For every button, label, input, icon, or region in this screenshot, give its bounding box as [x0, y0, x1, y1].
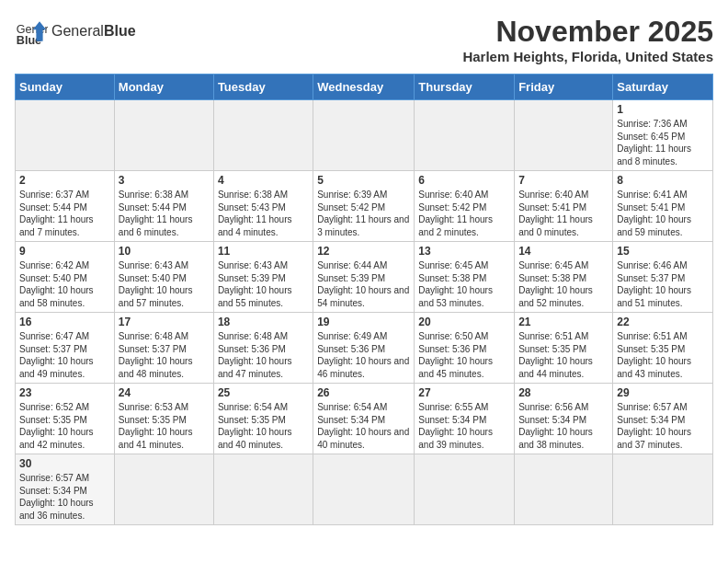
day-cell: 16Sunrise: 6:47 AM Sunset: 5:37 PM Dayli…	[16, 313, 115, 384]
day-cell: 13Sunrise: 6:45 AM Sunset: 5:38 PM Dayli…	[415, 242, 515, 313]
day-cell: 10Sunrise: 6:43 AM Sunset: 5:40 PM Dayli…	[114, 242, 213, 313]
day-number: 13	[418, 245, 510, 258]
day-info: Sunrise: 6:57 AM Sunset: 5:34 PM Dayligh…	[617, 401, 709, 451]
weekday-header-row: SundayMondayTuesdayWednesdayThursdayFrid…	[16, 75, 713, 100]
day-cell: 28Sunrise: 6:56 AM Sunset: 5:34 PM Dayli…	[515, 384, 613, 454]
day-cell: 22Sunrise: 6:51 AM Sunset: 5:35 PM Dayli…	[613, 313, 713, 384]
day-info: Sunrise: 6:39 AM Sunset: 5:42 PM Dayligh…	[317, 189, 410, 238]
day-number: 17	[119, 316, 210, 328]
day-number: 25	[218, 386, 309, 399]
day-info: Sunrise: 6:54 AM Sunset: 5:35 PM Dayligh…	[218, 401, 309, 451]
day-number: 1	[617, 103, 709, 116]
day-cell: 30Sunrise: 6:57 AM Sunset: 5:34 PM Dayli…	[16, 454, 115, 525]
day-number: 15	[617, 245, 709, 258]
day-number: 30	[19, 457, 110, 470]
weekday-header-saturday: Saturday	[613, 75, 713, 100]
week-row-5: 23Sunrise: 6:52 AM Sunset: 5:35 PM Dayli…	[16, 384, 713, 454]
day-cell: 1Sunrise: 7:36 AM Sunset: 6:45 PM Daylig…	[613, 100, 713, 171]
day-cell	[313, 100, 415, 171]
day-cell: 18Sunrise: 6:48 AM Sunset: 5:36 PM Dayli…	[213, 313, 313, 384]
day-number: 5	[317, 174, 410, 187]
weekday-header-wednesday: Wednesday	[313, 75, 415, 100]
day-info: Sunrise: 6:40 AM Sunset: 5:42 PM Dayligh…	[418, 189, 510, 238]
day-cell: 29Sunrise: 6:57 AM Sunset: 5:34 PM Dayli…	[613, 384, 713, 454]
day-info: Sunrise: 6:45 AM Sunset: 5:38 PM Dayligh…	[418, 259, 510, 309]
week-row-3: 9Sunrise: 6:42 AM Sunset: 5:40 PM Daylig…	[16, 242, 713, 313]
day-number: 19	[317, 316, 410, 328]
day-number: 24	[119, 386, 210, 399]
day-cell	[213, 454, 313, 525]
page-header: General Blue GeneralBlue November 2025 H…	[15, 15, 713, 64]
day-info: Sunrise: 7:36 AM Sunset: 6:45 PM Dayligh…	[617, 118, 709, 167]
day-info: Sunrise: 6:37 AM Sunset: 5:44 PM Dayligh…	[19, 189, 110, 238]
title-area: November 2025 Harlem Heights, Florida, U…	[462, 15, 713, 64]
day-number: 27	[418, 386, 510, 399]
day-info: Sunrise: 6:38 AM Sunset: 5:43 PM Dayligh…	[218, 189, 309, 238]
month-title: November 2025	[462, 15, 713, 49]
day-cell: 12Sunrise: 6:44 AM Sunset: 5:39 PM Dayli…	[313, 242, 415, 313]
day-cell: 27Sunrise: 6:55 AM Sunset: 5:34 PM Dayli…	[415, 384, 515, 454]
logo-text-bold: Blue	[104, 23, 136, 39]
day-cell: 14Sunrise: 6:45 AM Sunset: 5:38 PM Dayli…	[515, 242, 613, 313]
day-cell: 2Sunrise: 6:37 AM Sunset: 5:44 PM Daylig…	[16, 171, 115, 242]
day-number: 26	[317, 386, 410, 399]
day-cell: 21Sunrise: 6:51 AM Sunset: 5:35 PM Dayli…	[515, 313, 613, 384]
day-info: Sunrise: 6:53 AM Sunset: 5:35 PM Dayligh…	[119, 401, 210, 451]
day-info: Sunrise: 6:44 AM Sunset: 5:39 PM Dayligh…	[317, 259, 410, 309]
weekday-header-tuesday: Tuesday	[213, 75, 313, 100]
day-cell: 6Sunrise: 6:40 AM Sunset: 5:42 PM Daylig…	[415, 171, 515, 242]
day-cell: 7Sunrise: 6:40 AM Sunset: 5:41 PM Daylig…	[515, 171, 613, 242]
calendar: SundayMondayTuesdayWednesdayThursdayFrid…	[15, 74, 713, 525]
day-cell: 20Sunrise: 6:50 AM Sunset: 5:36 PM Dayli…	[415, 313, 515, 384]
day-info: Sunrise: 6:49 AM Sunset: 5:36 PM Dayligh…	[317, 330, 410, 380]
day-number: 3	[119, 174, 210, 187]
day-cell: 23Sunrise: 6:52 AM Sunset: 5:35 PM Dayli…	[16, 384, 115, 454]
day-number: 2	[19, 174, 110, 187]
day-cell	[415, 100, 515, 171]
week-row-6: 30Sunrise: 6:57 AM Sunset: 5:34 PM Dayli…	[16, 454, 713, 525]
day-cell: 17Sunrise: 6:48 AM Sunset: 5:37 PM Dayli…	[114, 313, 213, 384]
day-info: Sunrise: 6:55 AM Sunset: 5:34 PM Dayligh…	[418, 401, 510, 451]
day-number: 28	[518, 386, 609, 399]
day-cell	[16, 100, 115, 171]
location-title: Harlem Heights, Florida, United States	[462, 49, 713, 64]
day-cell	[515, 454, 613, 525]
day-number: 22	[617, 316, 709, 328]
day-cell: 15Sunrise: 6:46 AM Sunset: 5:37 PM Dayli…	[613, 242, 713, 313]
day-info: Sunrise: 6:57 AM Sunset: 5:34 PM Dayligh…	[19, 472, 110, 522]
week-row-2: 2Sunrise: 6:37 AM Sunset: 5:44 PM Daylig…	[16, 171, 713, 242]
day-cell	[114, 454, 213, 525]
day-number: 9	[19, 245, 110, 258]
day-info: Sunrise: 6:56 AM Sunset: 5:34 PM Dayligh…	[518, 401, 609, 451]
day-info: Sunrise: 6:51 AM Sunset: 5:35 PM Dayligh…	[518, 330, 609, 380]
day-cell: 26Sunrise: 6:54 AM Sunset: 5:34 PM Dayli…	[313, 384, 415, 454]
day-cell	[515, 100, 613, 171]
weekday-header-friday: Friday	[515, 75, 613, 100]
day-info: Sunrise: 6:38 AM Sunset: 5:44 PM Dayligh…	[119, 189, 210, 238]
day-info: Sunrise: 6:51 AM Sunset: 5:35 PM Dayligh…	[617, 330, 709, 380]
day-cell: 3Sunrise: 6:38 AM Sunset: 5:44 PM Daylig…	[114, 171, 213, 242]
weekday-header-monday: Monday	[114, 75, 213, 100]
day-number: 8	[617, 174, 709, 187]
day-cell: 25Sunrise: 6:54 AM Sunset: 5:35 PM Dayli…	[213, 384, 313, 454]
day-info: Sunrise: 6:43 AM Sunset: 5:40 PM Dayligh…	[119, 259, 210, 309]
day-cell	[613, 454, 713, 525]
day-number: 14	[518, 245, 609, 258]
day-info: Sunrise: 6:43 AM Sunset: 5:39 PM Dayligh…	[218, 259, 309, 309]
day-number: 10	[119, 245, 210, 258]
day-number: 4	[218, 174, 309, 187]
day-number: 18	[218, 316, 309, 328]
day-info: Sunrise: 6:54 AM Sunset: 5:34 PM Dayligh…	[317, 401, 410, 451]
weekday-header-thursday: Thursday	[415, 75, 515, 100]
day-cell	[313, 454, 415, 525]
weekday-header-sunday: Sunday	[16, 75, 115, 100]
day-cell: 11Sunrise: 6:43 AM Sunset: 5:39 PM Dayli…	[213, 242, 313, 313]
day-cell: 9Sunrise: 6:42 AM Sunset: 5:40 PM Daylig…	[16, 242, 115, 313]
day-info: Sunrise: 6:42 AM Sunset: 5:40 PM Dayligh…	[19, 259, 110, 309]
day-info: Sunrise: 6:47 AM Sunset: 5:37 PM Dayligh…	[19, 330, 110, 380]
day-number: 21	[518, 316, 609, 328]
day-cell	[114, 100, 213, 171]
day-cell	[213, 100, 313, 171]
day-cell	[415, 454, 515, 525]
day-info: Sunrise: 6:46 AM Sunset: 5:37 PM Dayligh…	[617, 259, 709, 309]
